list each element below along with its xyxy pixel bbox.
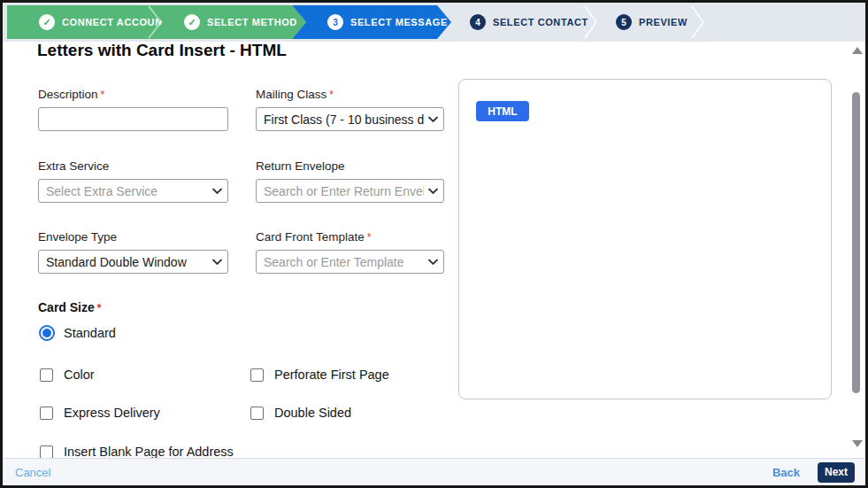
wizard-stepper: ✓ CONNECT ACCOUNT ✓ SELECT METHOD 3 SELE…: [3, 3, 865, 42]
return-envelope-label: Return Envelope: [256, 159, 345, 173]
checkbox-unchecked-icon: [250, 407, 264, 420]
radio-selected-icon: [39, 325, 55, 341]
chevron-down-icon: [212, 259, 222, 265]
extra-service-select[interactable]: Select Extra Service: [38, 179, 228, 203]
step-label: PREVIEW: [639, 17, 687, 27]
page-title: Letters with Card Insert - HTML: [37, 42, 287, 61]
card-size-radio-standard[interactable]: Standard: [39, 325, 116, 341]
step-preview[interactable]: 5 PREVIEW: [598, 5, 691, 39]
step-connect-account[interactable]: ✓ CONNECT ACCOUNT: [7, 5, 163, 39]
chevron-down-icon: [428, 188, 438, 194]
wizard-window: ✓ CONNECT ACCOUNT ✓ SELECT METHOD 3 SELE…: [0, 0, 868, 488]
mailing-class-label: Mailing Class*: [256, 88, 334, 101]
card-size-label: Card Size*: [38, 300, 101, 314]
chevron-down-icon: [428, 259, 438, 265]
envelope-type-select[interactable]: Standard Double Window: [38, 250, 228, 274]
form-content-area: Letters with Card Insert - HTML Descript…: [3, 42, 865, 458]
step-label: SELECT MESSAGE: [350, 17, 448, 27]
checkbox-label: Insert Blank Page for Address: [64, 445, 234, 458]
scroll-down-arrow-icon[interactable]: [852, 440, 863, 447]
checkbox-label: Express Delivery: [64, 406, 160, 420]
checkbox-unchecked-icon: [40, 445, 53, 459]
description-input[interactable]: [38, 107, 228, 131]
checkbox-label: Color: [64, 368, 95, 382]
step-label: SELECT CONTACT: [493, 17, 588, 27]
checkbox-insert-blank-page[interactable]: Insert Blank Page for Address: [40, 445, 234, 458]
check-icon: ✓: [39, 14, 55, 30]
checkbox-express-delivery[interactable]: Express Delivery: [40, 406, 160, 420]
checkbox-label: Double Sided: [274, 406, 351, 420]
checkbox-unchecked-icon: [40, 407, 53, 420]
checkbox-label: Perforate First Page: [274, 368, 389, 382]
step-number-badge: 4: [470, 14, 486, 30]
required-asterisk: *: [329, 89, 334, 101]
vertical-scrollbar[interactable]: [849, 42, 864, 458]
card-front-template-label: Card Front Template*: [256, 230, 371, 244]
step-select-message[interactable]: 3 SELECT MESSAGE: [292, 5, 451, 39]
chevron-down-icon: [212, 188, 222, 194]
description-label: Description*: [38, 88, 104, 101]
wizard-footer: Cancel Back Next: [3, 458, 865, 485]
checkbox-unchecked-icon: [40, 368, 53, 382]
step-number-badge: 5: [616, 14, 632, 30]
next-button[interactable]: Next: [818, 462, 855, 483]
step-select-contact[interactable]: 4 SELECT CONTACT: [451, 5, 584, 39]
required-asterisk: *: [101, 89, 105, 101]
checkbox-color[interactable]: Color: [40, 368, 95, 382]
required-asterisk: *: [367, 231, 372, 244]
html-badge-button[interactable]: HTML: [476, 101, 529, 121]
scroll-up-arrow-icon[interactable]: [852, 47, 863, 54]
checkbox-double-sided[interactable]: Double Sided: [250, 406, 351, 420]
scrollbar-thumb[interactable]: [852, 92, 860, 393]
step-select-method[interactable]: ✓ SELECT METHOD: [149, 5, 306, 39]
step-separator-chevron-icon: [691, 5, 705, 39]
card-front-template-select[interactable]: Search or Enter Template: [256, 250, 444, 274]
checkbox-perforate-first-page[interactable]: Perforate First Page: [250, 368, 389, 382]
check-icon: ✓: [184, 14, 200, 30]
return-envelope-select[interactable]: Search or Enter Return Envelope: [256, 179, 444, 203]
cancel-link[interactable]: Cancel: [15, 466, 50, 479]
step-number-badge: 3: [327, 14, 343, 30]
step-label: SELECT METHOD: [207, 17, 297, 27]
extra-service-label: Extra Service: [38, 159, 109, 173]
required-asterisk: *: [97, 302, 102, 314]
message-preview-panel: HTML: [458, 79, 832, 399]
back-link[interactable]: Back: [772, 466, 800, 479]
chevron-down-icon: [428, 116, 438, 122]
radio-label: Standard: [64, 326, 116, 340]
checkbox-unchecked-icon: [250, 368, 264, 382]
mailing-class-select[interactable]: First Class (7 - 10 business days): [256, 107, 444, 131]
step-separator-chevron-icon: [147, 5, 163, 39]
envelope-type-label: Envelope Type: [38, 230, 117, 244]
